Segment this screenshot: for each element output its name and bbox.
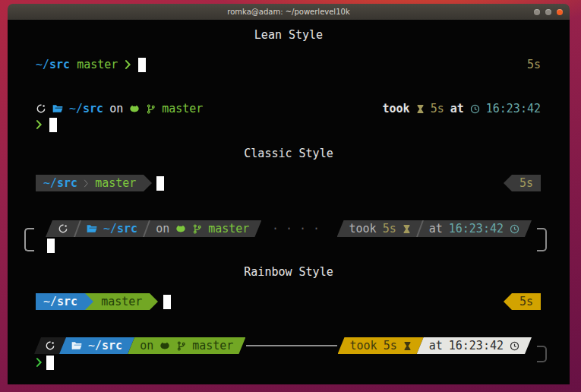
text-cursor xyxy=(156,176,164,191)
command-duration: 5s xyxy=(519,295,533,308)
path-prefix: ~/ xyxy=(69,102,83,115)
window-titlebar[interactable]: romka@adam: ~/powerlevel10k xyxy=(8,4,570,20)
gap-filler-dots: ···· xyxy=(261,222,336,236)
gap-filler-line xyxy=(246,345,336,346)
octocat-icon xyxy=(175,225,186,233)
minimize-button[interactable] xyxy=(534,9,540,15)
powerline-arrow-icon xyxy=(85,293,93,310)
hourglass-icon xyxy=(416,104,425,114)
os-swirl-icon xyxy=(45,340,55,351)
folder-icon xyxy=(52,104,63,113)
branch-segment: on master xyxy=(128,337,245,354)
slanted-separator xyxy=(74,220,81,237)
os-swirl-icon xyxy=(58,223,68,234)
section-heading-rainbow: Rainbow Style xyxy=(8,265,570,279)
prompt-chevron-icon xyxy=(125,59,131,70)
clock-icon xyxy=(510,224,519,234)
powerline-arrow-icon xyxy=(150,293,158,310)
path-prefix: ~/ xyxy=(103,222,117,236)
duration-segment: took 5s xyxy=(338,337,424,354)
took-label: took xyxy=(349,222,377,236)
path-dir: src xyxy=(49,58,70,71)
classic-prompt-single: ~/src master 5s xyxy=(36,175,541,191)
current-directory: ~/src xyxy=(43,176,77,190)
took-label: took xyxy=(383,102,410,115)
git-branch-name: master xyxy=(208,222,249,236)
path-prefix: ~/ xyxy=(36,58,49,71)
duration-segment: 5s xyxy=(512,293,541,310)
clock-icon xyxy=(470,104,480,114)
octocat-icon xyxy=(159,342,170,350)
powerline-arrow-icon xyxy=(504,175,512,191)
text-cursor xyxy=(138,58,146,72)
dir-segment: ~/src xyxy=(59,337,134,354)
duration-segment: 5s xyxy=(512,175,541,191)
branch-segment: master xyxy=(93,293,150,310)
command-duration: 5s xyxy=(527,58,541,71)
command-duration: 5s xyxy=(384,339,397,352)
slanted-separator xyxy=(416,220,424,237)
hourglass-icon xyxy=(403,224,411,234)
text-cursor xyxy=(47,239,55,253)
current-directory: ~/src xyxy=(43,295,77,308)
current-directory: ~/src xyxy=(88,339,122,352)
on-label: on xyxy=(140,339,153,352)
current-time: 16:23:42 xyxy=(486,102,541,115)
git-branch-icon xyxy=(176,341,186,351)
command-duration: 5s xyxy=(519,176,533,190)
classic-prompt-two-line-bottom xyxy=(47,237,541,254)
thin-separator-icon xyxy=(84,179,89,188)
current-directory: ~/src xyxy=(103,222,137,236)
lean-prompt-two-line-top: ~/src on master took 5s at 16:23:42 xyxy=(36,100,541,117)
text-cursor xyxy=(163,295,171,309)
text-cursor xyxy=(49,118,57,132)
lean-prompt-single: ~/src master 5s xyxy=(36,56,541,73)
powerline-arrow-icon xyxy=(504,293,512,310)
dir-segment: ~/src master xyxy=(36,175,144,191)
prompt-chevron-icon xyxy=(36,357,43,368)
current-directory: ~/src xyxy=(69,102,103,115)
folder-icon xyxy=(87,224,97,233)
path-prefix: ~/ xyxy=(43,295,57,308)
on-label: on xyxy=(109,102,123,115)
git-branch-icon xyxy=(192,224,202,234)
path-dir: src xyxy=(57,176,77,190)
window-controls xyxy=(534,4,563,20)
section-heading-lean: Lean Style xyxy=(8,28,570,42)
rainbow-prompt-single: ~/src master 5s xyxy=(36,293,541,310)
close-button[interactable] xyxy=(557,9,563,15)
rainbow-prompt-two-line-top: ~/src on master took 5s at 16:23 xyxy=(34,337,532,354)
git-branch-name: master xyxy=(101,295,142,308)
hourglass-icon xyxy=(403,341,412,351)
path-prefix: ~/ xyxy=(43,176,57,190)
maximize-button[interactable] xyxy=(545,9,551,15)
lean-prompt-two-line-bottom xyxy=(36,116,541,133)
text-cursor xyxy=(46,356,54,370)
window-title: romka@adam: ~/powerlevel10k xyxy=(227,8,349,16)
terminal-content[interactable]: Lean Style ~/src master 5s ~/src on mast… xyxy=(8,20,570,384)
git-branch-name: master xyxy=(77,58,118,71)
path-dir: src xyxy=(83,102,103,115)
prompt-frame-left-bracket xyxy=(24,228,34,251)
current-time: 16:23:42 xyxy=(449,222,504,236)
clock-icon xyxy=(510,341,519,351)
current-directory: ~/src xyxy=(36,58,70,71)
path-prefix: ~/ xyxy=(88,339,102,352)
terminal-window: romka@adam: ~/powerlevel10k Lean Style ~… xyxy=(8,4,570,384)
git-branch-name: master xyxy=(192,339,233,352)
git-branch-name: master xyxy=(162,102,203,115)
on-label: on xyxy=(156,222,169,236)
os-swirl-icon xyxy=(36,103,46,114)
took-label: took xyxy=(350,339,377,352)
git-branch-name: master xyxy=(95,176,136,190)
left-segment-bar: ~/src on master xyxy=(46,220,261,237)
git-branch-icon xyxy=(146,104,156,114)
powerline-arrow-icon xyxy=(144,175,152,191)
command-duration: 5s xyxy=(383,222,396,236)
path-dir: src xyxy=(117,222,137,236)
path-dir: src xyxy=(57,295,77,308)
folder-icon xyxy=(71,341,82,350)
right-segment-bar: took 5s at 16:23:42 xyxy=(337,220,532,237)
command-duration: 5s xyxy=(431,102,444,115)
at-label: at xyxy=(429,339,443,352)
